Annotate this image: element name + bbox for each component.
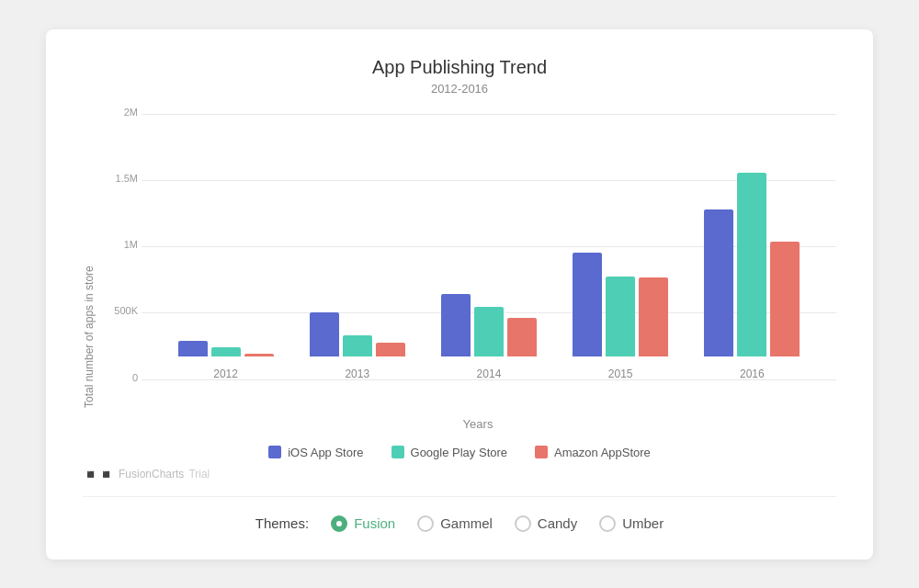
bar-amazon <box>770 242 800 356</box>
radio-candy[interactable] <box>515 515 531 532</box>
legend-label-ios: iOS App Store <box>288 446 363 459</box>
legend-google: Google Play Store <box>391 446 508 459</box>
bar-google <box>211 347 241 356</box>
chart-inner: 2M1.5M1M500K0 20122013201420152016 <box>105 114 836 408</box>
legend-box-amazon <box>535 446 548 458</box>
radio-gammel[interactable] <box>417 515 434 532</box>
watermark: ◾◾ FusionCharts Trial <box>83 467 836 481</box>
theme-umber[interactable]: Umber <box>599 515 664 532</box>
themes-row: Themes: Fusion Gammel Candy Umber <box>83 515 836 532</box>
bar-ios <box>573 253 602 356</box>
theme-candy[interactable]: Candy <box>515 515 577 532</box>
legend-label-google: Google Play Store <box>411 446 508 459</box>
bars-container: 20122013201420152016 <box>142 114 836 380</box>
year-label: 2012 <box>213 368 238 380</box>
chart-area: Total number of apps in store 2M1.5M1M50… <box>83 114 836 408</box>
chart-subtitle: 2012-2016 <box>83 82 836 96</box>
bars-row <box>441 294 537 356</box>
x-axis-title: Years <box>119 417 836 431</box>
radio-umber[interactable] <box>599 515 616 532</box>
legend-box-google <box>391 446 404 458</box>
year-group: 2016 <box>704 173 800 380</box>
theme-umber-label: Umber <box>622 515 664 531</box>
year-label: 2015 <box>608 368 633 380</box>
bar-google <box>474 307 504 356</box>
year-label: 2016 <box>740 368 765 380</box>
chart-card: App Publishing Trend 2012-2016 Total num… <box>46 29 873 560</box>
grid-label: 500K <box>107 305 138 316</box>
bars-row <box>573 253 668 356</box>
bar-amazon <box>507 318 537 356</box>
chart-title: App Publishing Trend <box>83 57 836 78</box>
bar-amazon <box>639 277 668 356</box>
bars-row <box>310 312 405 356</box>
bar-ios <box>178 341 208 356</box>
year-label: 2014 <box>477 368 502 380</box>
grid-label: 0 <box>107 372 138 383</box>
radio-fusion[interactable] <box>331 515 347 532</box>
chart-legend: iOS App Store Google Play Store Amazon A… <box>83 446 836 459</box>
themes-label: Themes: <box>255 515 309 531</box>
bar-google <box>737 173 766 356</box>
grid-label: 1M <box>107 239 138 250</box>
bar-ios <box>704 209 733 356</box>
year-label: 2013 <box>345 368 369 380</box>
year-group: 2013 <box>310 312 405 380</box>
grid-label: 1.5M <box>107 173 138 184</box>
bars-row <box>178 341 274 356</box>
bar-ios <box>310 312 339 356</box>
bar-ios <box>441 294 471 356</box>
year-group: 2015 <box>573 253 668 380</box>
watermark-trial: Trial <box>188 468 210 481</box>
y-axis-label: Total number of apps in store <box>83 114 96 408</box>
bar-google <box>606 277 635 356</box>
grid-label: 2M <box>107 107 138 118</box>
theme-fusion-label: Fusion <box>354 515 395 531</box>
bar-amazon <box>244 354 274 356</box>
legend-box-ios <box>268 446 281 458</box>
theme-candy-label: Candy <box>538 515 577 531</box>
bar-amazon <box>376 343 405 356</box>
year-group: 2014 <box>441 294 537 380</box>
watermark-icon: ◾◾ <box>83 467 114 481</box>
legend-label-amazon: Amazon AppStore <box>554 446 651 459</box>
legend-amazon: Amazon AppStore <box>535 446 651 459</box>
bar-google <box>343 335 372 356</box>
theme-gammel[interactable]: Gammel <box>417 515 493 532</box>
legend-ios: iOS App Store <box>268 446 363 459</box>
bars-row <box>704 173 800 356</box>
divider <box>83 496 836 497</box>
year-group: 2012 <box>178 341 274 380</box>
theme-fusion[interactable]: Fusion <box>331 515 395 532</box>
watermark-text: FusionCharts <box>119 468 184 481</box>
theme-gammel-label: Gammel <box>440 515 493 531</box>
